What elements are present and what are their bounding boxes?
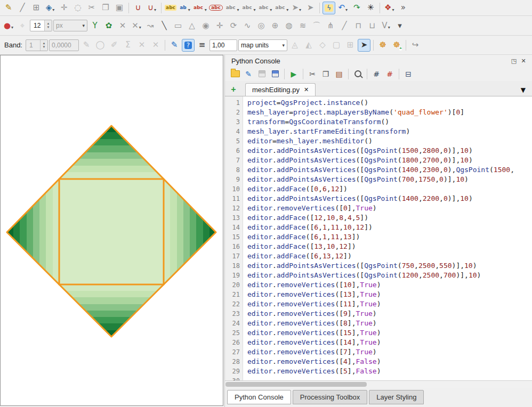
code-line[interactable]: editor.removeVertices([4],False): [247, 357, 532, 367]
rotate-button[interactable]: ⟳: [227, 19, 240, 32]
label-oval-button[interactable]: abc: [208, 2, 223, 14]
size-unit-combo[interactable]: px ▾: [53, 20, 87, 31]
code-line[interactable]: transform=QgsCoordinateTransform(): [247, 117, 532, 127]
tab-list-menu-icon[interactable]: ▼: [521, 86, 529, 96]
code-line[interactable]: editor.removeVertices([15],True): [247, 328, 532, 338]
green-flower-button[interactable]: ✿: [102, 19, 115, 32]
z-value-input[interactable]: [49, 39, 79, 51]
band-spinbox[interactable]: 1 ▲▼: [26, 39, 48, 51]
run-script-button[interactable]: ▶: [288, 68, 300, 80]
bottom-tab-python-console[interactable]: Python Console: [227, 390, 291, 404]
map-tips-button[interactable]: ϟ: [323, 2, 335, 14]
code-line[interactable]: editor.addFace([0,6,12]): [247, 184, 532, 194]
code-line[interactable]: editor.removeVertices([13],True): [247, 290, 532, 299]
bug-button[interactable]: ✳: [364, 2, 377, 14]
code-line[interactable]: editor=mesh_layer.meshEditor(): [247, 136, 532, 146]
code-line[interactable]: editor.addPointsAsVertices([QgsPoint(150…: [247, 146, 532, 156]
uncomment-button[interactable]: #: [384, 68, 396, 80]
label-red-button[interactable]: abc▾: [192, 2, 207, 14]
gear-settings-button[interactable]: ☸: [376, 39, 389, 52]
spin-arrows-icon[interactable]: ▲▼: [40, 40, 47, 51]
code-line[interactable]: editor.addPointsAsVertices([QgsPoint(700…: [247, 175, 532, 184]
circles-button[interactable]: ◉: [199, 19, 212, 32]
add-ring-button[interactable]: ◎: [255, 19, 268, 32]
digitize-line-button[interactable]: ╱: [16, 2, 29, 14]
code-line[interactable]: editor.addPointsAsVertices([QgsPoint(750…: [247, 261, 532, 271]
add-record-button[interactable]: ⊞: [30, 2, 43, 14]
redo-button[interactable]: ↷: [350, 2, 363, 14]
paste-button[interactable]: ▤: [333, 68, 345, 80]
vertex-tool-button[interactable]: ◈▾: [44, 2, 57, 14]
offset-curve-button[interactable]: ≋: [296, 19, 309, 32]
code-line[interactable]: editor.removeVertices([14],True): [247, 338, 532, 347]
code-line[interactable]: editor.addPointsAsVertices([QgsPoint(120…: [247, 271, 532, 280]
code-line[interactable]: editor.removeVertices([10],True): [247, 280, 532, 290]
map-canvas[interactable]: [0, 55, 223, 406]
mesh-paint-button[interactable]: ✎: [168, 39, 181, 52]
mesh-question-button[interactable]: ?: [182, 39, 195, 52]
open-script-button[interactable]: [229, 68, 241, 80]
code-line[interactable]: editor.removeVertices([7],True): [247, 347, 532, 357]
circle-tool-button[interactable]: ◌: [71, 2, 84, 14]
move-button[interactable]: ✛: [213, 19, 226, 32]
green-y-button[interactable]: Y: [88, 19, 101, 32]
open-in-editor-button[interactable]: ✎: [243, 68, 254, 80]
cut-button[interactable]: ✂: [307, 68, 318, 80]
horizontal-scrollbar[interactable]: [225, 380, 532, 388]
merge-attributes-button[interactable]: ⊔: [366, 19, 378, 32]
code-line[interactable]: mesh_layer=project.mapLayersByName('quad…: [247, 108, 532, 117]
code-line[interactable]: project=QgsProject.instance(): [247, 98, 532, 108]
copy-features-button[interactable]: ❐: [99, 2, 112, 14]
find-button[interactable]: [352, 68, 364, 80]
mesh-lines-button[interactable]: ≡: [196, 39, 208, 52]
comment-button[interactable]: #: [370, 68, 382, 80]
mesh-reindex-button[interactable]: ↪: [409, 39, 422, 52]
code-line[interactable]: mesh_layer.startFrameEditing(transform): [247, 127, 532, 136]
code-line[interactable]: editor.removeVertices([11],True): [247, 299, 532, 309]
split-features-button[interactable]: ╱: [338, 19, 351, 32]
label-gray2-button[interactable]: abc▾: [241, 2, 256, 14]
toolbar-overflow-button[interactable]: »: [397, 2, 409, 14]
layer-labeling-button[interactable]: abc: [164, 2, 177, 14]
code-line[interactable]: editor.addFace([6,13,12]): [247, 251, 532, 261]
fill-ring-button[interactable]: ◍: [283, 19, 295, 32]
delete-part-button[interactable]: ✕: [116, 19, 129, 32]
code-line[interactable]: editor.addFace([13,10,12]): [247, 242, 532, 251]
curve-button[interactable]: ↝: [144, 19, 157, 32]
check-geometry-button[interactable]: ❖▾: [383, 2, 396, 14]
delete-ring-button[interactable]: ✕▾: [130, 19, 143, 32]
code-line[interactable]: editor.removeVertices([0],True): [247, 204, 532, 213]
pin-labels-button[interactable]: ➤▾: [290, 2, 303, 14]
simplify-button[interactable]: ∿: [241, 19, 254, 32]
code-editor[interactable]: 1234567891011121314151617181920212223242…: [225, 96, 532, 380]
label-blue-button[interactable]: ab▾: [178, 2, 191, 14]
code-line[interactable]: editor.removeVertices([8],True): [247, 319, 532, 328]
rectangle-button[interactable]: ▭: [172, 19, 184, 32]
code-area[interactable]: project=QgsProject.instance()mesh_layer=…: [243, 96, 532, 380]
code-line[interactable]: editor.removeVertices([9],True): [247, 309, 532, 319]
row2-overflow-button[interactable]: ▾: [393, 19, 406, 32]
scrollbar-thumb[interactable]: [225, 382, 367, 387]
reshape-button[interactable]: ⌒: [310, 19, 323, 32]
label-gray4-button[interactable]: abc▾: [273, 2, 289, 14]
cut-features-button[interactable]: ✂: [85, 2, 98, 14]
bottom-tab-processing-toolbox[interactable]: Processing Toolbox: [293, 390, 368, 404]
toggle-editing-button[interactable]: ✎: [2, 2, 15, 14]
gear-add-button[interactable]: ☸+: [390, 39, 403, 52]
snapping-button[interactable]: ∪: [132, 2, 144, 14]
snapping-options-button[interactable]: ∪▾: [146, 2, 158, 14]
highlight-pinned-button[interactable]: ➤: [304, 2, 317, 14]
float-panel-button[interactable]: ◳: [510, 56, 518, 65]
split-parts-button[interactable]: ⋔: [324, 19, 337, 32]
code-line[interactable]: editor.removeVertices([5],False): [247, 367, 532, 376]
symbol-size-spinbox[interactable]: 12 ▲▼: [30, 20, 52, 31]
bottom-tab-layer-styling[interactable]: Layer Styling: [369, 390, 424, 404]
object-inspector-button[interactable]: ⊟: [402, 68, 414, 80]
spin-arrows-icon[interactable]: ▲▼: [44, 20, 52, 31]
new-script-button[interactable]: +: [228, 85, 239, 96]
copy-button[interactable]: ❐: [320, 68, 332, 80]
add-part-button[interactable]: ⊕: [269, 19, 281, 32]
code-line[interactable]: editor.addFace([6,1,11,10,12]): [247, 223, 532, 232]
label-gray3-button[interactable]: abc▾: [257, 2, 272, 14]
undo-button[interactable]: ↶▾: [336, 2, 349, 14]
